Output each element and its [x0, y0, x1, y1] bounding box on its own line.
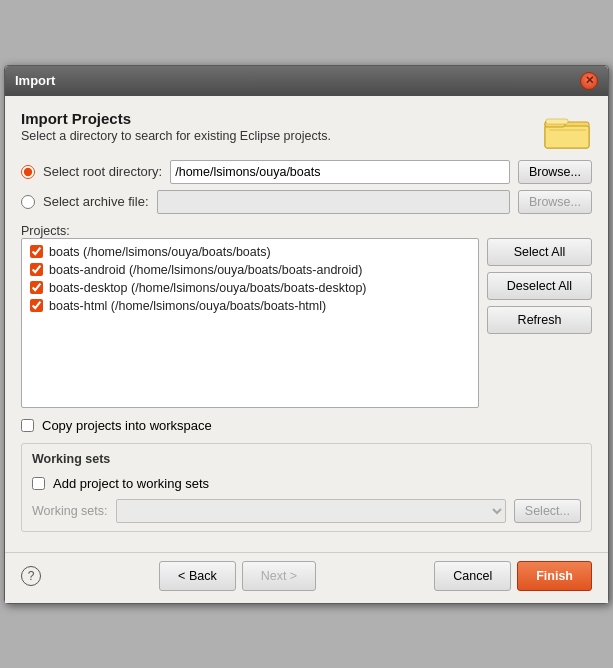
- svg-rect-1: [545, 126, 589, 148]
- page-subtitle: Select a directory to search for existin…: [21, 129, 331, 143]
- browse-root-button[interactable]: Browse...: [518, 160, 592, 184]
- header-row: Import Projects Select a directory to se…: [21, 110, 592, 150]
- list-item: boats-desktop (/home/lsimons/ouya/boats/…: [26, 279, 474, 297]
- project-checkbox[interactable]: [30, 245, 43, 258]
- browse-archive-button[interactable]: Browse...: [518, 190, 592, 214]
- root-dir-radio[interactable]: [21, 165, 35, 179]
- projects-list: boats (/home/lsimons/ouya/boats/boats)bo…: [21, 238, 479, 408]
- archive-row: Select archive file: Browse...: [21, 190, 592, 214]
- ws-select[interactable]: [116, 499, 506, 523]
- project-checkbox[interactable]: [30, 299, 43, 312]
- dialog-title: Import: [15, 73, 55, 88]
- copy-label: Copy projects into workspace: [42, 418, 212, 433]
- page-title: Import Projects: [21, 110, 331, 127]
- project-name: boats-android (/home/lsimons/ouya/boats/…: [49, 263, 362, 277]
- working-sets-group: Working sets Add project to working sets…: [21, 443, 592, 532]
- dialog-content: Import Projects Select a directory to se…: [5, 96, 608, 552]
- close-button[interactable]: ✕: [580, 72, 598, 90]
- refresh-button[interactable]: Refresh: [487, 306, 592, 334]
- project-name: boats-html (/home/lsimons/ouya/boats/boa…: [49, 299, 326, 313]
- archive-input[interactable]: [157, 190, 510, 214]
- projects-section: Projects: boats (/home/lsimons/ouya/boat…: [21, 224, 592, 408]
- ws-label-row: Working sets: Select...: [32, 499, 581, 523]
- project-actions: Select All Deselect All Refresh: [487, 238, 592, 408]
- projects-area: boats (/home/lsimons/ouya/boats/boats)bo…: [21, 238, 592, 408]
- help-button[interactable]: ?: [21, 566, 41, 586]
- copy-checkbox[interactable]: [21, 419, 34, 432]
- archive-radio[interactable]: [21, 195, 35, 209]
- nav-buttons: < Back Next >: [159, 561, 316, 591]
- radio-group: Select root directory: Browse... Select …: [21, 160, 592, 214]
- deselect-all-button[interactable]: Deselect All: [487, 272, 592, 300]
- back-button[interactable]: < Back: [159, 561, 236, 591]
- list-item: boats (/home/lsimons/ouya/boats/boats): [26, 243, 474, 261]
- select-all-button[interactable]: Select All: [487, 238, 592, 266]
- import-dialog: Import ✕ Import Projects Select a direct…: [4, 65, 609, 604]
- project-name: boats-desktop (/home/lsimons/ouya/boats/…: [49, 281, 367, 295]
- add-to-ws-checkbox[interactable]: [32, 477, 45, 490]
- archive-label: Select archive file:: [43, 194, 149, 209]
- root-dir-input[interactable]: [170, 160, 510, 184]
- title-bar: Import ✕: [5, 66, 608, 96]
- select-ws-button[interactable]: Select...: [514, 499, 581, 523]
- finish-button[interactable]: Finish: [517, 561, 592, 591]
- button-bar: ? < Back Next > Cancel Finish: [5, 552, 608, 603]
- add-to-ws-row: Add project to working sets: [32, 476, 581, 491]
- list-item: boats-android (/home/lsimons/ouya/boats/…: [26, 261, 474, 279]
- svg-rect-3: [546, 119, 568, 124]
- project-checkbox[interactable]: [30, 263, 43, 276]
- projects-label: Projects:: [21, 224, 592, 238]
- list-item: boats-html (/home/lsimons/ouya/boats/boa…: [26, 297, 474, 315]
- root-dir-row: Select root directory: Browse...: [21, 160, 592, 184]
- cancel-button[interactable]: Cancel: [434, 561, 511, 591]
- ws-sets-label: Working sets:: [32, 504, 108, 518]
- working-sets-title: Working sets: [32, 452, 581, 466]
- root-dir-label: Select root directory:: [43, 164, 162, 179]
- copy-row: Copy projects into workspace: [21, 418, 592, 433]
- project-name: boats (/home/lsimons/ouya/boats/boats): [49, 245, 271, 259]
- folder-icon: [544, 110, 592, 150]
- header-text: Import Projects Select a directory to se…: [21, 110, 331, 143]
- next-button[interactable]: Next >: [242, 561, 316, 591]
- action-buttons: Cancel Finish: [434, 561, 592, 591]
- add-to-ws-label: Add project to working sets: [53, 476, 209, 491]
- project-checkbox[interactable]: [30, 281, 43, 294]
